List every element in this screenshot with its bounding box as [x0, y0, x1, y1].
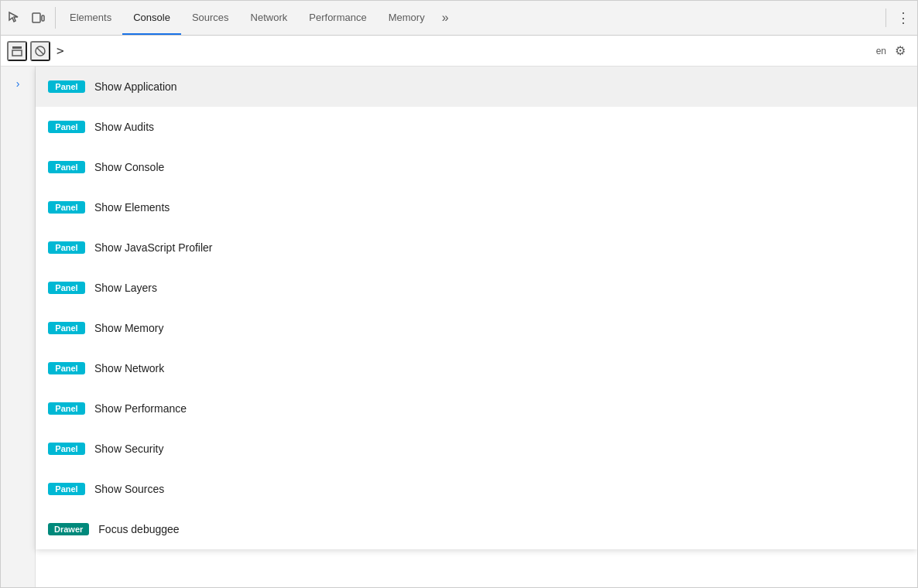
console-filter-label: en: [876, 46, 886, 56]
devtools-window: Elements Console Sources Network Perform…: [0, 0, 918, 588]
tab-list: Elements Console Sources Network Perform…: [59, 1, 882, 35]
console-right-controls: en ⚙: [876, 40, 911, 62]
list-item-show-console[interactable]: Panel Show Console: [36, 147, 917, 187]
list-item-show-sources[interactable]: Panel Show Sources: [36, 469, 917, 509]
toolbar-left-icons: [4, 7, 56, 29]
item-label-show-javascript-profiler: Show JavaScript Profiler: [94, 241, 213, 254]
sidebar-expand-button[interactable]: ›: [7, 73, 29, 94]
item-label-focus-debuggee: Focus debuggee: [98, 523, 179, 535]
badge-panel: Panel: [48, 362, 85, 374]
tab-network[interactable]: Network: [240, 1, 299, 35]
list-item-show-network[interactable]: Panel Show Network: [36, 348, 917, 388]
badge-panel: Panel: [48, 80, 85, 93]
badge-drawer: Drawer: [48, 523, 89, 535]
badge-panel: Panel: [48, 161, 85, 173]
badge-panel: Panel: [48, 322, 85, 334]
item-label-show-memory: Show Memory: [94, 322, 163, 334]
item-label-show-network: Show Network: [94, 362, 164, 374]
badge-panel: Panel: [48, 443, 85, 455]
list-item-show-memory[interactable]: Panel Show Memory: [36, 308, 917, 348]
tab-sources[interactable]: Sources: [181, 1, 240, 35]
toolbar-separator: [885, 9, 886, 27]
item-label-show-elements: Show Elements: [94, 201, 170, 214]
list-item-show-audits[interactable]: Panel Show Audits: [36, 107, 917, 147]
tab-elements[interactable]: Elements: [59, 1, 122, 35]
svg-rect-3: [12, 50, 22, 56]
more-options-button[interactable]: ⋮: [892, 7, 914, 29]
list-item-show-performance[interactable]: Panel Show Performance: [36, 388, 917, 429]
clear-console-button[interactable]: [30, 41, 50, 61]
badge-panel: Panel: [48, 282, 85, 294]
tab-memory[interactable]: Memory: [378, 1, 436, 35]
item-label-show-audits: Show Audits: [94, 121, 154, 133]
left-sidebar: ›: [1, 67, 36, 587]
dropdown-area: Panel Show Application Panel Show Audits…: [36, 67, 917, 587]
toolbar-right: ⋮: [882, 7, 914, 29]
badge-panel: Panel: [48, 201, 85, 214]
svg-line-5: [37, 48, 43, 54]
console-toolbar: > en ⚙: [1, 36, 917, 67]
item-label-show-console: Show Console: [94, 161, 164, 173]
badge-panel: Panel: [48, 402, 85, 415]
list-item-show-application[interactable]: Panel Show Application: [36, 67, 917, 107]
list-item-focus-debuggee[interactable]: Drawer Focus debuggee: [36, 509, 917, 549]
console-settings-button[interactable]: ⚙: [889, 40, 911, 62]
item-label-show-performance: Show Performance: [94, 402, 187, 415]
main-toolbar: Elements Console Sources Network Perform…: [1, 1, 917, 36]
tab-performance[interactable]: Performance: [298, 1, 377, 35]
item-label-show-application: Show Application: [94, 80, 177, 93]
item-label-show-sources: Show Sources: [94, 483, 164, 495]
list-item-show-security[interactable]: Panel Show Security: [36, 429, 917, 469]
item-label-show-layers: Show Layers: [94, 282, 157, 294]
list-item-show-javascript-profiler[interactable]: Panel Show JavaScript Profiler: [36, 227, 917, 268]
command-dropdown: Panel Show Application Panel Show Audits…: [36, 67, 917, 549]
badge-panel: Panel: [48, 241, 85, 254]
tab-more-button[interactable]: »: [436, 1, 455, 35]
svg-rect-1: [42, 15, 44, 21]
tab-console[interactable]: Console: [122, 1, 181, 35]
expand-drawer-button[interactable]: [7, 41, 27, 61]
badge-panel: Panel: [48, 121, 85, 133]
svg-rect-2: [12, 46, 22, 49]
item-label-show-security: Show Security: [94, 443, 163, 455]
list-item-show-layers[interactable]: Panel Show Layers: [36, 268, 917, 308]
svg-rect-0: [33, 13, 40, 22]
inspect-element-button[interactable]: [4, 7, 26, 29]
badge-panel: Panel: [48, 483, 85, 495]
main-content: › Panel Show Application Panel Show Audi…: [1, 67, 917, 587]
device-toggle-button[interactable]: [27, 7, 49, 29]
list-item-show-elements[interactable]: Panel Show Elements: [36, 187, 917, 227]
console-prompt-area[interactable]: >: [50, 43, 876, 58]
